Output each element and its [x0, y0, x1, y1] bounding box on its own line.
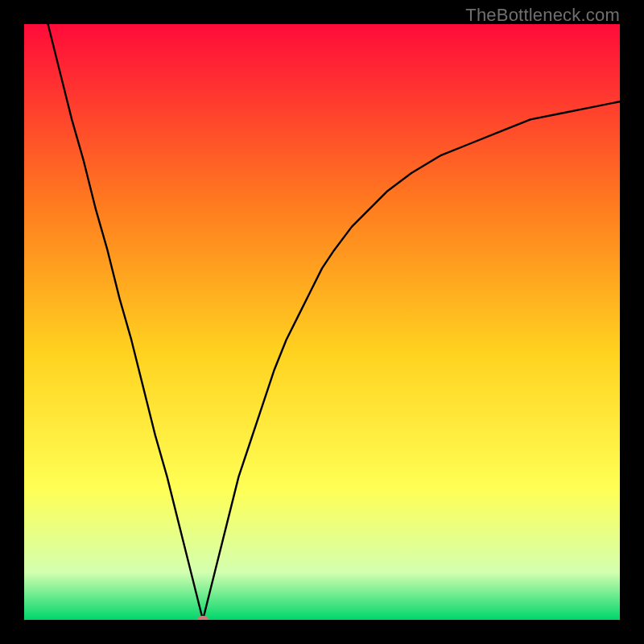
plot-area	[24, 24, 620, 620]
chart-frame: TheBottleneck.com	[0, 0, 644, 644]
watermark-text: TheBottleneck.com	[465, 5, 620, 26]
bottleneck-curve	[24, 24, 620, 620]
minimum-marker	[197, 616, 208, 620]
